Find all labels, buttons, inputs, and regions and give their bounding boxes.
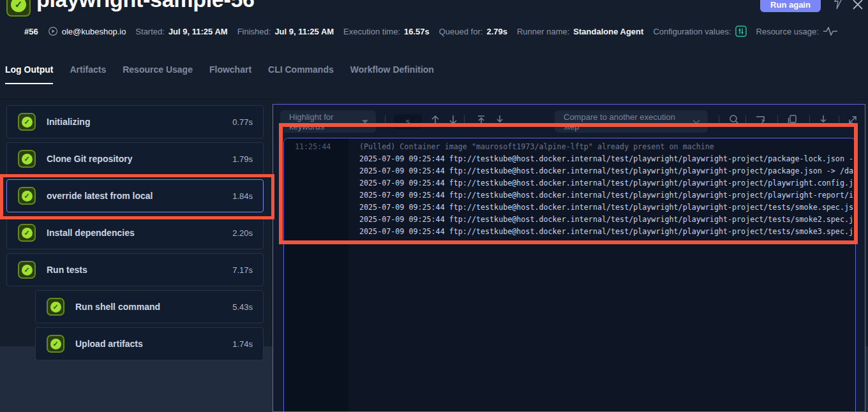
check-icon: ✓: [50, 339, 61, 349]
compare-execution-dropdown[interactable]: Compare to another execution step: [555, 110, 708, 133]
log-lines: 11:25:44 (Pulled) Container image "mauro…: [284, 138, 855, 238]
highlight-keywords-label: Highlight for keywords: [289, 112, 357, 131]
step-card-initializing[interactable]: ✓ Initializing 0.77s: [6, 105, 264, 138]
log-line-timestamp: [284, 214, 348, 226]
tab-artifacts[interactable]: Artifacts: [70, 64, 106, 84]
triggered-by-value: ole@kubeshop.io: [62, 27, 126, 36]
match-count-badge: s: [394, 114, 422, 129]
step-duration: 1.84s: [232, 191, 253, 201]
previous-match-icon[interactable]: [428, 113, 442, 127]
log-line-text: 2025-07-09 09:25:44 ftp://testkube@host.…: [348, 165, 853, 177]
check-icon: ✓: [50, 302, 61, 313]
expand-icon[interactable]: [846, 113, 860, 127]
log-line-text: (Pulled) Container image "maurosoft1973/…: [348, 141, 714, 153]
step-duration: 1.74s: [232, 339, 253, 349]
configuration-values-label: Configuration values:: [653, 27, 731, 36]
step-duration: 2.20s: [232, 228, 253, 238]
queued-for-value: 2.79s: [486, 27, 507, 36]
runner-name-label: Runner name:: [517, 27, 569, 36]
tab-resource-usage[interactable]: Resource Usage: [123, 64, 193, 84]
scroll-to-bottom-icon[interactable]: [493, 113, 507, 127]
activity-pulse-icon[interactable]: [823, 26, 838, 36]
step-status-icon: ✓: [47, 298, 64, 316]
step-label: Run tests: [47, 265, 232, 275]
step-label: Run shell command: [75, 302, 232, 312]
check-icon: ✓: [22, 154, 33, 165]
tab-workflow-definition[interactable]: Workflow Definition: [350, 64, 434, 84]
next-match-icon[interactable]: [446, 113, 460, 127]
tab-log-output[interactable]: Log Output: [5, 64, 53, 84]
tab-bar: Log OutputArtifactsResource UsageFlowcha…: [5, 64, 434, 84]
page-title: playwright-sample-56: [36, 0, 255, 13]
execution-drawer: ✓ playwright-sample-56 Run again #56 ole…: [0, 0, 868, 412]
header-divider: [0, 99, 868, 99]
step-duration: 1.79s: [232, 154, 253, 164]
execution-status-icon: ✓: [6, 0, 31, 17]
tab-cli-commands[interactable]: CLI Commands: [268, 64, 334, 84]
step-status-icon: ✓: [47, 335, 64, 353]
tab-flowchart[interactable]: Flowchart: [209, 64, 251, 84]
execution-time-label: Execution time:: [343, 27, 400, 36]
log-line-timestamp: [284, 177, 348, 189]
step-status-icon: ✓: [18, 113, 36, 131]
toolbar-divider: [719, 115, 719, 127]
log-line: 2025-07-09 09:25:44 ftp://testkube@host.…: [284, 214, 855, 226]
download-icon[interactable]: [816, 113, 830, 127]
log-output-panel: Highlight for keywords s Compare to anot…: [273, 104, 865, 412]
toolbar-divider: [745, 115, 746, 127]
check-icon: ✓: [11, 0, 26, 12]
log-line-text: 2025-07-09 09:25:44 ftp://testkube@host.…: [348, 189, 853, 202]
step-status-icon: ✓: [18, 224, 36, 242]
toolbar-divider: [809, 115, 810, 127]
step-card-override-latest-from-local[interactable]: ✓ override latest from local 1.84s: [6, 179, 264, 212]
started-value: Jul 9, 11:25 AM: [168, 27, 228, 36]
highlight-keywords-dropdown[interactable]: Highlight for keywords: [280, 110, 376, 133]
check-icon: ✓: [22, 265, 33, 276]
log-line-timestamp: 11:25:44: [284, 141, 348, 153]
log-line-timestamp: [284, 189, 348, 202]
sliders-icon[interactable]: [735, 26, 747, 37]
log-line: 2025-07-09 09:25:44 ftp://testkube@host.…: [284, 226, 855, 238]
scroll-to-top-icon[interactable]: [474, 113, 488, 127]
step-card-run-tests[interactable]: ✓ Run tests 7.17s: [6, 253, 264, 286]
step-card-upload-artifacts[interactable]: ✓ Upload artifacts 1.74s: [35, 327, 264, 360]
run-again-button[interactable]: Run again: [760, 0, 821, 12]
step-status-icon: ✓: [18, 187, 36, 205]
log-line-timestamp: [284, 165, 348, 177]
check-icon: ✓: [22, 228, 33, 239]
step-card-install-dependencies[interactable]: ✓ Install dependencies 2.20s: [6, 216, 264, 249]
step-label: Install dependencies: [47, 228, 232, 238]
close-icon[interactable]: [851, 0, 864, 11]
step-duration: 0.77s: [232, 117, 253, 127]
check-icon: ✓: [22, 117, 33, 128]
quick-actions-icon[interactable]: [832, 0, 844, 11]
step-duration: 5.43s: [232, 302, 253, 312]
execution-number: #56: [24, 27, 38, 36]
log-line-text: 2025-07-09 09:25:44 ftp://testkube@host.…: [348, 153, 853, 165]
copy-icon[interactable]: [785, 113, 799, 127]
steps-list: ✓ Initializing 0.77s ✓ Clone Git reposit…: [6, 105, 264, 364]
log-line-text: 2025-07-09 09:25:44 ftp://testkube@host.…: [348, 202, 853, 214]
play-circle-icon: [48, 26, 58, 36]
toolbar-divider: [777, 115, 778, 127]
finished-label: Finished:: [237, 27, 271, 36]
step-card-run-shell-command[interactable]: ✓ Run shell command 5.43s: [35, 290, 264, 323]
log-line-timestamp: [284, 226, 348, 238]
log-line-text: 2025-07-09 09:25:44 ftp://testkube@host.…: [348, 226, 853, 238]
step-card-clone-git-repository[interactable]: ✓ Clone Git repository 1.79s: [6, 142, 264, 175]
log-line: 2025-07-09 09:25:44 ftp://testkube@host.…: [284, 165, 855, 177]
resource-usage-label: Resource usage:: [756, 27, 819, 36]
log-terminal[interactable]: 11:25:44 (Pulled) Container image "mauro…: [283, 138, 856, 412]
log-line: 2025-07-09 09:25:44 ftp://testkube@host.…: [284, 177, 855, 189]
toolbar-divider: [464, 115, 465, 127]
log-line: 2025-07-09 09:25:44 ftp://testkube@host.…: [284, 202, 855, 214]
search-icon[interactable]: [727, 113, 741, 127]
log-line-text: 2025-07-09 09:25:44 ftp://testkube@host.…: [348, 214, 853, 226]
compare-execution-label: Compare to another execution step: [564, 112, 692, 131]
log-line: 2025-07-09 09:25:44 ftp://testkube@host.…: [284, 153, 855, 165]
step-label: Upload artifacts: [75, 339, 232, 349]
finished-value: Jul 9, 11:25 AM: [274, 27, 334, 36]
log-line-timestamp: [284, 202, 348, 214]
chevron-down-icon: [692, 119, 700, 124]
wrap-lines-icon[interactable]: [754, 113, 768, 127]
